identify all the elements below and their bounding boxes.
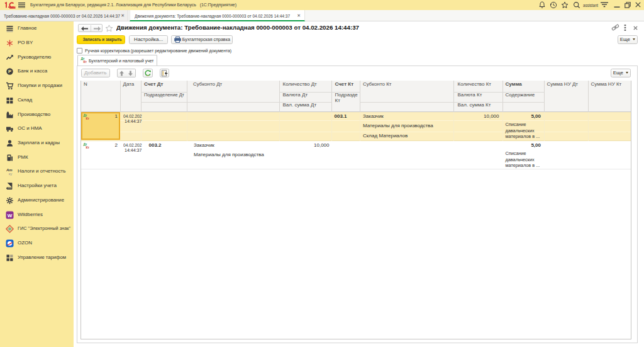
- svg-text:W: W: [8, 212, 13, 218]
- svg-text:P: P: [8, 69, 11, 75]
- svg-text:ку: ку: [9, 172, 12, 176]
